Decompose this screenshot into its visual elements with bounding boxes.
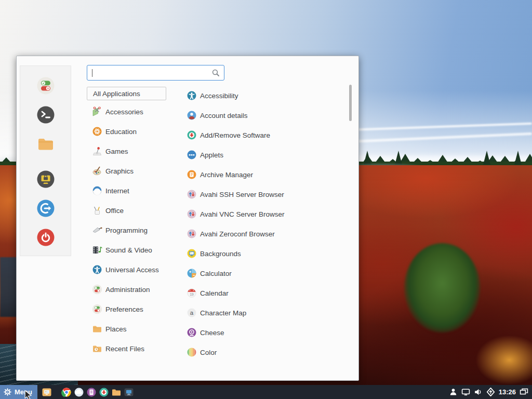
toggles-small-icon: [92, 304, 102, 314]
avahi-icon: [187, 189, 197, 200]
application-menu: All Applications AccessoriesEducationGam…: [16, 56, 359, 381]
category-list: AccessoriesEducationGamesGraphicsInterne…: [87, 102, 180, 358]
app-item[interactable]: Avahi Zeroconf Browser: [183, 224, 347, 244]
category-label: Games: [105, 148, 128, 155]
panel-launchers: [41, 387, 136, 398]
category-item[interactable]: Internet: [87, 181, 180, 201]
category-item[interactable]: Administration: [87, 280, 180, 299]
menu-button[interactable]: Menu: [0, 385, 37, 399]
app-item[interactable]: Applets: [183, 145, 347, 165]
system-settings-icon: [36, 76, 55, 95]
launcher-file-manager[interactable]: [111, 387, 122, 398]
app-item[interactable]: Calculator: [183, 263, 347, 283]
category-item[interactable]: Graphics: [87, 161, 180, 181]
category-item[interactable]: Preferences: [87, 299, 180, 319]
category-item[interactable]: Accessories: [87, 102, 180, 122]
category-label: Education: [105, 128, 137, 136]
app-item[interactable]: aCharacter Map: [183, 303, 347, 323]
category-item[interactable]: Places: [87, 319, 180, 339]
category-label: Preferences: [105, 305, 143, 313]
display-icon[interactable]: [461, 388, 470, 396]
app-item[interactable]: Account details: [183, 105, 347, 125]
wallpaper-gold-leaves: [475, 335, 532, 385]
internet-icon: [92, 185, 102, 196]
sidebar-button-lock-screen[interactable]: [36, 170, 55, 189]
calendar-icon: 19: [187, 288, 197, 298]
launcher-chrome-browser[interactable]: [61, 387, 72, 398]
logout-icon: [36, 199, 55, 218]
launcher-software-manager[interactable]: [98, 387, 110, 398]
updates-icon[interactable]: [486, 388, 495, 396]
lock-screen-icon: [36, 170, 55, 189]
character-map-icon: a: [187, 308, 197, 318]
universal-access-icon: [92, 264, 102, 275]
sidebar-button-system-settings[interactable]: [36, 76, 55, 95]
desktop: All Applications AccessoriesEducationGam…: [0, 0, 532, 399]
app-item[interactable]: 19Calendar: [183, 283, 347, 303]
category-item[interactable]: Recent Files: [87, 339, 180, 358]
text-caret: [92, 69, 92, 77]
recent-files-icon: [92, 343, 102, 354]
files-icon: [36, 135, 55, 153]
category-item[interactable]: Education: [87, 122, 180, 141]
category-label: Universal Access: [105, 266, 159, 274]
category-label: Office: [105, 207, 124, 215]
app-item[interactable]: Color: [183, 342, 347, 362]
search-input[interactable]: [87, 65, 224, 81]
sidebar-button-shutdown[interactable]: [36, 228, 55, 247]
app-label: Calendar: [200, 289, 229, 297]
shutdown-icon: [36, 228, 55, 247]
app-label: Avahi SSH Server Browser: [200, 191, 284, 198]
app-item[interactable]: Archive Manager: [183, 165, 347, 184]
app-item[interactable]: Avahi VNC Server Browser: [183, 204, 347, 224]
category-label: Accessories: [105, 108, 143, 116]
scrollbar-thumb[interactable]: [349, 85, 352, 121]
user-icon[interactable]: [449, 388, 458, 396]
app-item[interactable]: Backgrounds: [183, 244, 347, 263]
application-list: AccessibilityAccount detailsAdd/Remove S…: [183, 86, 347, 362]
terminal-icon: [36, 105, 55, 124]
archive-icon: [187, 169, 197, 180]
app-item[interactable]: Add/Remove Software: [183, 125, 347, 145]
app-item[interactable]: Cheese: [183, 323, 347, 342]
app-label: Backgrounds: [200, 250, 241, 258]
sidebar-button-logout[interactable]: [36, 199, 55, 218]
accessories-icon: [92, 107, 102, 117]
app-label: Character Map: [200, 309, 246, 317]
launcher-text-document[interactable]: [86, 387, 97, 398]
category-label: Sound & Video: [105, 246, 152, 254]
category-item[interactable]: Universal Access: [87, 260, 180, 280]
category-all-applications[interactable]: All Applications: [87, 87, 166, 100]
volume-icon[interactable]: [474, 388, 483, 396]
category-item[interactable]: Office: [87, 201, 180, 220]
launcher-show-desktop[interactable]: [41, 387, 52, 398]
taskbar: Menu 13:26: [0, 385, 532, 399]
programming-icon: [92, 225, 102, 235]
accessibility-icon: [187, 90, 197, 101]
app-label: Avahi Zeroconf Browser: [200, 230, 275, 238]
avahi-icon: [187, 209, 197, 219]
backgrounds-icon: [187, 248, 197, 259]
app-label: Archive Manager: [200, 171, 253, 179]
menu-button-label: Menu: [15, 388, 32, 396]
search-icon: [211, 69, 220, 77]
launcher-weather-cloud[interactable]: [73, 387, 85, 398]
app-item[interactable]: Avahi SSH Server Browser: [183, 184, 347, 204]
app-item[interactable]: Accessibility: [183, 86, 347, 105]
system-tray: 13:26: [445, 388, 532, 396]
window-list-icon[interactable]: [520, 388, 528, 396]
games-icon: [92, 146, 102, 156]
category-item[interactable]: Games: [87, 141, 180, 161]
category-item[interactable]: Programming: [87, 220, 180, 240]
sidebar-button-terminal[interactable]: [36, 105, 55, 124]
category-item[interactable]: Sound & Video: [87, 240, 180, 260]
app-label: Cheese: [200, 329, 224, 337]
sidebar-button-files[interactable]: [36, 135, 55, 153]
category-label: Graphics: [105, 167, 134, 175]
account-details-icon: [187, 110, 197, 121]
category-label: Recent Files: [105, 345, 144, 353]
launcher-display-settings[interactable]: [123, 387, 135, 398]
toggles-small-icon: [92, 284, 102, 295]
clock[interactable]: 13:26: [499, 388, 516, 396]
applets-icon: [187, 150, 197, 160]
